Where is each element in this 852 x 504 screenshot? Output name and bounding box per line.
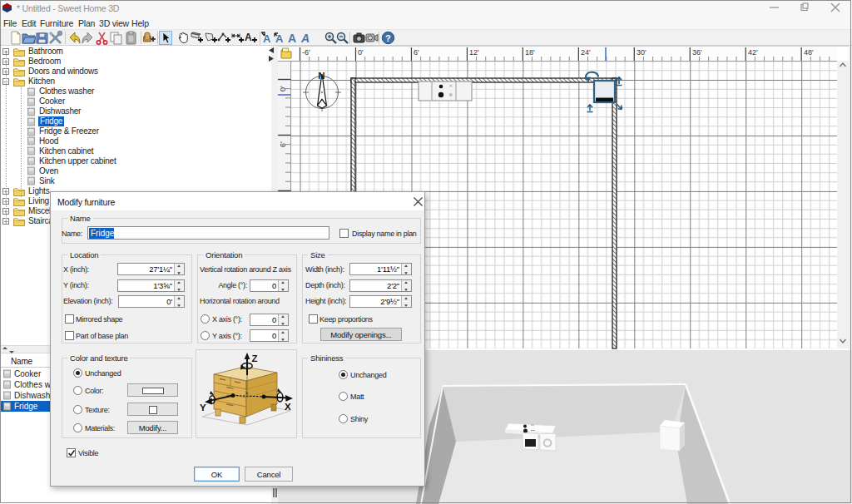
svg-text:6': 6' (414, 48, 419, 57)
svg-text:?: ? (385, 33, 391, 43)
svg-text:A: A (300, 32, 310, 45)
svg-text:0': 0' (279, 86, 287, 91)
svg-text:0': 0' (358, 48, 364, 57)
svg-text:24': 24' (581, 48, 591, 57)
svg-text:12': 12' (469, 48, 479, 57)
svg-text:36': 36' (692, 48, 702, 57)
svg-text:18': 18' (525, 48, 535, 57)
svg-text:A: A (288, 32, 296, 45)
svg-text:30': 30' (637, 48, 646, 57)
svg-text:A: A (275, 32, 284, 45)
svg-text:Y: Y (200, 403, 206, 413)
svg-text:42': 42' (748, 48, 758, 57)
svg-text:Z: Z (252, 353, 258, 363)
svg-text:6': 6' (279, 141, 287, 147)
svg-text:A: A (245, 32, 252, 43)
svg-text:48': 48' (804, 48, 814, 57)
svg-text:X: X (285, 402, 291, 412)
svg-text:-6': -6' (302, 48, 310, 57)
